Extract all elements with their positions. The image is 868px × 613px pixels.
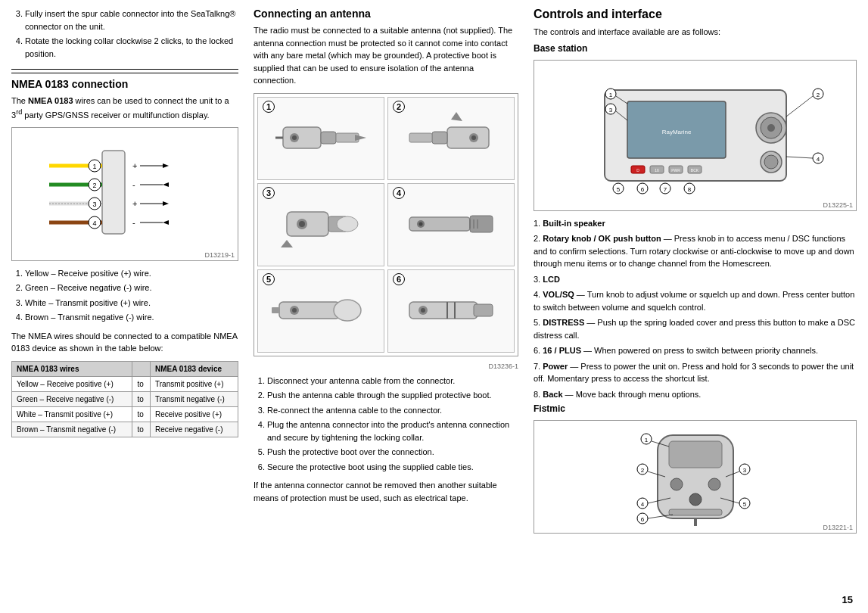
fistmic-svg: 1 2 3 4 5 6 [620, 428, 771, 526]
controls-title: Controls and interface [534, 8, 857, 21]
svg-rect-52 [279, 302, 340, 319]
control-1: 1. Built-in speaker [534, 217, 857, 230]
svg-point-101 [670, 478, 683, 490]
table-row: White – Transmit positive (+) to Receive… [12, 406, 238, 422]
svg-point-48 [419, 222, 423, 226]
antenna-cell-3: 3 [257, 183, 384, 266]
svg-text:5: 5 [616, 186, 620, 193]
table-cell-to2: to [132, 391, 151, 406]
svg-text:1: 1 [608, 92, 612, 98]
cell-num-3: 3 [263, 187, 275, 199]
table-cell-wire4: Brown – Transmit negative (-) [12, 422, 132, 437]
svg-text:2: 2 [816, 92, 820, 98]
nmea-diagram-svg: 1 2 3 4 + - + [42, 135, 208, 253]
right-column: Controls and interface The controls and … [534, 8, 857, 605]
antenna-connector-3 [272, 191, 370, 259]
intro-item-3: Fully insert the spur cable connector in… [25, 8, 238, 33]
svg-rect-27 [321, 132, 336, 144]
svg-point-30 [292, 135, 297, 140]
table-row: Brown – Transmit negative (-) to Receive… [12, 422, 238, 437]
antenna-diagram-ref: D13236-1 [254, 363, 518, 370]
cell-num-2: 2 [393, 101, 405, 113]
svg-point-60 [421, 308, 425, 313]
antenna-step-5: Push the protective boot over the connec… [267, 446, 518, 459]
control-8: 8. Back — Move back through menu options… [534, 388, 857, 401]
wire-item-2: Green – Receive negative (-) wire. [25, 282, 238, 294]
svg-marker-44 [281, 240, 293, 247]
svg-rect-58 [474, 304, 493, 316]
cell-num-4: 4 [393, 187, 405, 199]
antenna-step-4: Plug the antenna connector into the prod… [267, 419, 518, 443]
control-6: 6. 16 / PLUS — When powered on press to … [534, 344, 857, 357]
base-diagram-ref: D13225-1 [823, 201, 853, 209]
antenna-grid: 1 2 [254, 93, 518, 356]
intro-item-4: Rotate the locking collar clockwise 2 cl… [25, 35, 238, 60]
svg-text:+: + [132, 161, 137, 170]
table-row: Green – Receive negative (-) to Transmit… [12, 391, 238, 406]
table-header-wires: NMEA 0183 wires [12, 361, 132, 376]
table-cell-wire2: Green – Receive negative (-) [12, 391, 132, 406]
svg-text:BCK: BCK [690, 168, 698, 173]
svg-text:-: - [132, 218, 135, 227]
antenna-after-steps: If the antenna connector cannot be remov… [254, 479, 518, 504]
svg-line-98 [786, 157, 813, 158]
fistmic-title: Fistmic [534, 403, 857, 414]
svg-text:D: D [636, 168, 639, 173]
svg-marker-38 [451, 112, 462, 121]
svg-text:4: 4 [816, 156, 820, 163]
svg-text:6: 6 [640, 186, 644, 193]
svg-marker-16 [163, 163, 169, 168]
nmea-title: NMEA 0183 connection [11, 73, 238, 90]
table-row: Yellow – Receive positive (+) to Transmi… [12, 376, 238, 391]
antenna-step-1: Disconnect your antenna cable from the c… [267, 375, 518, 387]
cell-num-1: 1 [263, 101, 275, 113]
svg-text:4: 4 [640, 501, 644, 508]
svg-text:1: 1 [644, 437, 648, 443]
svg-marker-19 [163, 182, 169, 187]
wire-item-1: Yellow – Receive positive (+) wire. [25, 267, 238, 280]
svg-text:-: - [132, 180, 135, 189]
table-header-device: NMEA 0183 device [151, 361, 238, 376]
nmea-table: NMEA 0183 wires NMEA 0183 device Yellow … [11, 361, 238, 437]
svg-line-96 [786, 96, 813, 117]
antenna-cell-4: 4 [387, 183, 515, 266]
antenna-steps: Disconnect your antenna cable from the c… [254, 375, 518, 474]
svg-text:1: 1 [92, 163, 96, 170]
intro-list: Fully insert the spur cable connector in… [11, 8, 238, 60]
controls-list: 1. Built-in speaker 2. Rotary knob / OK … [534, 217, 857, 401]
svg-rect-33 [447, 127, 489, 148]
svg-text:8: 8 [687, 186, 691, 193]
antenna-connector-2 [402, 104, 500, 173]
antenna-step-2: Push the antenna cable through the suppl… [267, 389, 518, 402]
fistmic-diagram-ref: D13221-1 [823, 524, 853, 531]
svg-text:2: 2 [92, 182, 96, 189]
table-cell-wire3: White – Transmit positive (+) [12, 406, 132, 422]
antenna-connector-5 [272, 277, 370, 345]
svg-point-55 [292, 308, 297, 313]
control-7: 7. Power — Press to power the unit on. P… [534, 360, 857, 385]
table-cell-dev4: Receive negative (-) [151, 422, 238, 437]
base-station-title: Base station [534, 43, 857, 54]
nmea-section: NMEA 0183 connection The NMEA 0183 wires… [11, 69, 238, 437]
svg-rect-35 [409, 133, 432, 142]
wire-list: Yellow – Receive positive (+) wire. Gree… [11, 267, 238, 324]
svg-text:3: 3 [742, 467, 746, 474]
svg-point-102 [708, 478, 720, 490]
left-column: Fully insert the spur cable connector in… [11, 8, 238, 605]
svg-marker-25 [163, 220, 169, 225]
antenna-cell-2: 2 [387, 97, 515, 180]
svg-marker-31 [355, 135, 366, 141]
table-cell-wire1: Yellow – Receive positive (+) [12, 376, 132, 391]
svg-text:16: 16 [655, 168, 659, 173]
control-2: 2. Rotary knob / OK push button — Press … [534, 232, 857, 270]
control-5: 5. DISTRESS — Push up the spring loaded … [534, 316, 857, 341]
nmea-diagram-box: 1 2 3 4 + - + [11, 127, 238, 261]
svg-point-43 [337, 216, 358, 232]
antenna-cell-6: 6 [387, 269, 515, 353]
svg-text:4: 4 [92, 219, 96, 227]
antenna-title: Connecting an antenna [254, 8, 518, 20]
svg-point-53 [334, 300, 361, 321]
svg-text:+: + [132, 199, 137, 208]
table-cell-to4: to [132, 422, 151, 437]
table-cell-dev2: Transmit negative (-) [151, 391, 238, 406]
